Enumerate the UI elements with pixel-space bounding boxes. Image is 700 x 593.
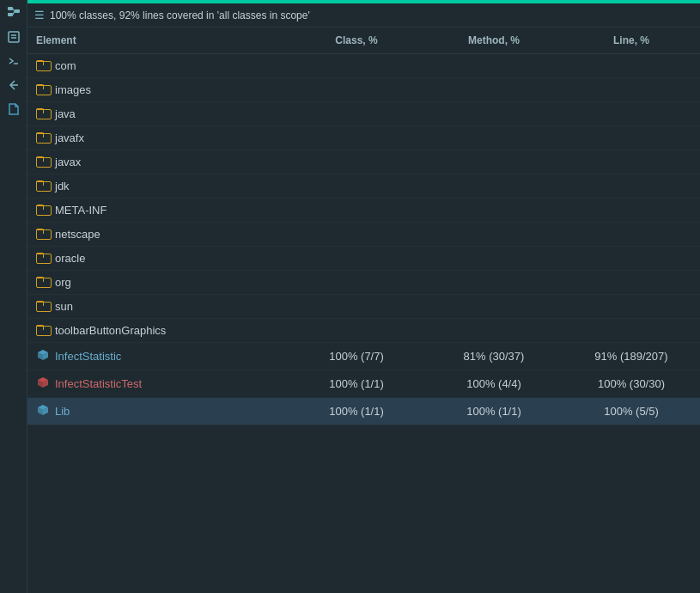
- folder-icon: [36, 156, 50, 168]
- table-header-row: Element Class, % Method, % Line, %: [27, 28, 700, 54]
- method-pct-cell: [425, 295, 563, 319]
- class-pct-cell: [288, 319, 425, 343]
- element-cell-1: images: [27, 78, 288, 102]
- folder-icon: [36, 253, 50, 264]
- element-cell-8: oracle: [27, 247, 288, 271]
- terminal-icon[interactable]: [4, 52, 23, 70]
- class-icon: [36, 403, 50, 419]
- table-row[interactable]: images: [27, 78, 700, 102]
- line-pct-cell: [563, 271, 700, 295]
- folder-name: META-INF: [55, 204, 107, 217]
- table-row[interactable]: com: [27, 54, 700, 78]
- method-pct-cell: 100% (4/4): [425, 370, 563, 398]
- folder-icon: [36, 277, 50, 288]
- method-pct-cell: [425, 150, 563, 174]
- line-pct-cell: [563, 78, 700, 102]
- class-pct-cell: [288, 295, 425, 319]
- coverage-table: Element Class, % Method, % Line, % comim…: [27, 28, 700, 425]
- element-cell-9: org: [27, 271, 288, 295]
- table-row[interactable]: oracle: [27, 247, 700, 271]
- class-name[interactable]: Lib: [55, 405, 70, 418]
- table-body: comimagesjavajavafxjavaxjdkMETA-INFnetsc…: [27, 54, 700, 425]
- table-row[interactable]: InfectStatisticTest100% (1/1)100% (4/4)1…: [27, 370, 700, 398]
- method-pct-cell: [425, 199, 563, 223]
- table-row[interactable]: sun: [27, 295, 700, 319]
- folder-name: netscape: [55, 228, 100, 241]
- element-cell-0: com: [27, 54, 288, 78]
- sidebar: [0, 0, 27, 593]
- element-cell-10: sun: [27, 295, 288, 319]
- folder-icon: [36, 301, 50, 312]
- class-pct-cell: [288, 199, 425, 223]
- svg-rect-1: [8, 13, 13, 16]
- class-pct-cell: [288, 223, 425, 247]
- folder-name: jdk: [55, 180, 70, 193]
- svg-rect-2: [15, 9, 20, 13]
- list-icon[interactable]: [4, 28, 23, 46]
- line-pct-cell: 100% (5/5): [563, 398, 700, 425]
- folder-icon: [36, 205, 50, 216]
- table-row[interactable]: InfectStatistic100% (7/7)81% (30/37)91% …: [27, 343, 700, 370]
- folder-name: javafx: [55, 131, 84, 144]
- table-row[interactable]: netscape: [27, 223, 700, 247]
- method-pct-cell: [425, 126, 563, 150]
- back-icon[interactable]: [4, 76, 23, 95]
- folder-name: toolbarButtonGraphics: [55, 324, 166, 337]
- element-cell-12: InfectStatistic: [27, 343, 288, 370]
- line-pct-cell: [563, 102, 700, 126]
- class-icon: [36, 348, 50, 364]
- class-pct-cell: [288, 174, 425, 199]
- element-cell-6: META-INF: [27, 199, 288, 223]
- table-row[interactable]: java: [27, 102, 700, 126]
- coverage-table-container[interactable]: Element Class, % Method, % Line, % comim…: [27, 28, 700, 593]
- method-pct-cell: [425, 271, 563, 295]
- col-method-pct: Method, %: [425, 28, 563, 54]
- line-pct-cell: [563, 199, 700, 223]
- svg-line-3: [13, 9, 15, 11]
- hierarchy-icon[interactable]: [4, 3, 23, 22]
- summary-icon: ☰: [34, 9, 45, 21]
- method-pct-cell: 81% (30/37): [425, 343, 563, 370]
- table-row[interactable]: Lib100% (1/1)100% (1/1)100% (5/5): [27, 398, 700, 425]
- col-element: Element: [27, 28, 288, 54]
- col-line-pct: Line, %: [563, 28, 700, 54]
- class-pct-cell: [288, 126, 425, 150]
- method-pct-cell: [425, 223, 563, 247]
- line-pct-cell: [563, 247, 700, 271]
- element-cell-4: javax: [27, 150, 288, 174]
- file-icon[interactable]: [4, 100, 23, 119]
- method-pct-cell: [425, 319, 563, 343]
- method-pct-cell: [425, 247, 563, 271]
- element-cell-14: Lib: [27, 398, 288, 425]
- table-row[interactable]: META-INF: [27, 199, 700, 223]
- folder-icon: [36, 108, 50, 119]
- line-pct-cell: 91% (189/207): [563, 343, 700, 370]
- folder-icon: [36, 180, 50, 192]
- folder-name: java: [55, 107, 76, 120]
- method-pct-cell: [425, 102, 563, 126]
- table-row[interactable]: org: [27, 271, 700, 295]
- class-pct-cell: 100% (1/1): [288, 398, 425, 425]
- main-content: ☰ 100% classes, 92% lines covered in 'al…: [27, 0, 700, 593]
- class-name[interactable]: InfectStatisticTest: [55, 377, 142, 390]
- method-pct-cell: [425, 174, 563, 199]
- folder-icon: [36, 325, 50, 336]
- method-pct-cell: [425, 54, 563, 78]
- folder-name: oracle: [55, 252, 85, 265]
- element-cell-13: InfectStatisticTest: [27, 370, 288, 398]
- svg-rect-5: [9, 32, 19, 42]
- table-row[interactable]: javafx: [27, 126, 700, 150]
- svg-rect-0: [8, 7, 13, 10]
- class-name[interactable]: InfectStatistic: [55, 350, 121, 363]
- element-cell-11: toolbarButtonGraphics: [27, 319, 288, 343]
- table-row[interactable]: toolbarButtonGraphics: [27, 319, 700, 343]
- table-row[interactable]: jdk: [27, 174, 700, 199]
- col-class-pct: Class, %: [288, 28, 425, 54]
- line-pct-cell: [563, 126, 700, 150]
- folder-icon: [36, 60, 50, 71]
- folder-icon: [36, 132, 50, 144]
- folder-name: com: [55, 59, 76, 72]
- folder-icon: [36, 84, 50, 95]
- table-row[interactable]: javax: [27, 150, 700, 174]
- line-pct-cell: [563, 295, 700, 319]
